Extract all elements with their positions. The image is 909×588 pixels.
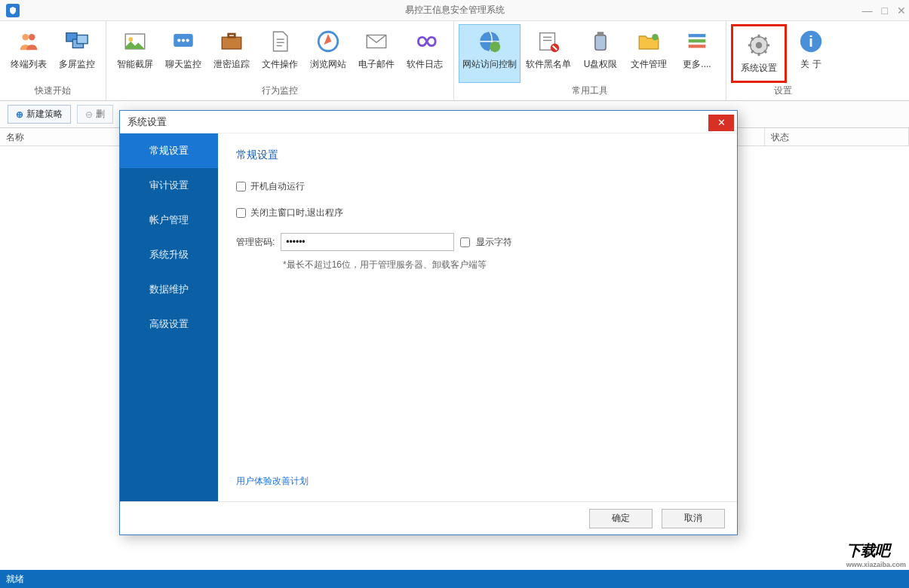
ribbon-group-label: 常用工具 xyxy=(459,83,721,99)
svg-point-9 xyxy=(182,38,185,41)
dialog-main: 常规设置 开机自动运行 关闭主窗口时,退出程序 管理密码: 显示字符 *最长不超… xyxy=(218,133,737,501)
highlight-box: 系统设置 xyxy=(731,24,787,83)
autostart-checkbox[interactable] xyxy=(236,182,246,191)
dialog-close-button[interactable]: ✕ xyxy=(708,115,734,131)
ribbon-smart-screenshot[interactable]: 智能截屏 xyxy=(111,24,159,83)
ux-improvement-link[interactable]: 用户体验改善计划 xyxy=(236,475,309,488)
ribbon-file-ops[interactable]: 文件操作 xyxy=(256,24,304,83)
password-row: 管理密码: 显示字符 xyxy=(236,233,719,251)
exit-on-close-row: 关闭主窗口时,退出程序 xyxy=(236,207,719,219)
svg-rect-29 xyxy=(689,39,706,42)
ribbon-software-log[interactable]: 软件日志 xyxy=(401,24,449,83)
svg-rect-28 xyxy=(689,34,706,37)
ribbon-group-monitor: 智能截屏 聊天监控 泄密追踪 文件操作 浏览网站 电子邮件 xyxy=(106,21,454,100)
ribbon-group-label: 设置 xyxy=(731,83,835,99)
ok-button[interactable]: 确定 xyxy=(589,509,653,528)
show-chars-checkbox[interactable] xyxy=(460,237,470,247)
svg-point-6 xyxy=(129,37,134,41)
ribbon-item-label: 多屏监控 xyxy=(59,58,95,71)
list-icon xyxy=(683,28,711,55)
ribbon-group-tools: 网站访问控制 软件黑名单 U盘权限 文件管理 更多.... 常用工具 xyxy=(454,21,726,100)
ribbon-item-label: 系统设置 xyxy=(741,62,777,75)
svg-line-39 xyxy=(751,51,754,53)
ribbon-item-label: 浏览网站 xyxy=(310,58,346,71)
svg-line-40 xyxy=(764,38,766,40)
usb-icon xyxy=(587,28,614,55)
status-text: 就绪 xyxy=(6,574,24,584)
maximize-button[interactable]: □ xyxy=(882,5,888,17)
ribbon-system-settings[interactable]: 系统设置 xyxy=(735,28,783,78)
close-button[interactable]: ✕ xyxy=(897,5,906,17)
list-block-icon xyxy=(535,28,562,55)
dialog-footer: 确定 取消 xyxy=(120,501,737,534)
ribbon-about[interactable]: i 关 于 xyxy=(787,24,835,83)
ribbon-item-label: 软件日志 xyxy=(407,58,443,71)
ribbon-item-label: 文件操作 xyxy=(262,58,298,71)
svg-point-19 xyxy=(490,41,500,52)
ribbon-item-label: 泄密追踪 xyxy=(213,58,250,71)
autostart-label: 开机自动运行 xyxy=(250,180,305,193)
password-label: 管理密码: xyxy=(236,236,275,249)
ribbon-browse-sites[interactable]: 浏览网站 xyxy=(304,24,352,83)
ribbon-group-quickstart: 终端列表 多屏监控 快速开始 xyxy=(0,21,106,100)
delete-button[interactable]: ⊖ 删 xyxy=(77,105,113,124)
svg-rect-11 xyxy=(222,37,241,49)
side-tab-upgrade[interactable]: 系统升级 xyxy=(120,237,218,272)
info-icon: i xyxy=(797,28,825,55)
exit-on-close-checkbox[interactable] xyxy=(236,208,246,218)
ribbon-item-label: 文件管理 xyxy=(631,58,667,71)
ribbon-terminal-list[interactable]: 终端列表 xyxy=(5,24,53,83)
side-tab-data[interactable]: 数据维护 xyxy=(120,272,218,307)
ribbon-item-label: 软件黑名单 xyxy=(526,58,571,71)
watermark-sub: www.xiazaiba.com xyxy=(846,561,906,568)
ribbon-item-label: 更多.... xyxy=(683,58,711,71)
ribbon-item-label: 聊天监控 xyxy=(165,58,201,71)
titlebar: 易控王信息安全管理系统 — □ ✕ xyxy=(0,0,909,21)
ribbon-item-label: 电子邮件 xyxy=(358,58,395,71)
ribbon-item-label: 网站访问控制 xyxy=(462,58,517,71)
svg-rect-25 xyxy=(595,35,606,51)
ribbon-multi-screen[interactable]: 多屏监控 xyxy=(53,24,101,83)
watermark-main: 下载吧 xyxy=(846,542,889,559)
ribbon-leak-trace[interactable]: 泄密追踪 xyxy=(207,24,256,83)
chat-icon xyxy=(170,28,197,55)
ribbon-site-access[interactable]: 网站访问控制 xyxy=(459,24,521,83)
ribbon-chat-monitor[interactable]: 聊天监控 xyxy=(159,24,207,83)
password-input[interactable] xyxy=(281,233,454,251)
picture-icon xyxy=(121,28,149,55)
panel-title: 常规设置 xyxy=(236,149,719,162)
ribbon-more[interactable]: 更多.... xyxy=(673,24,721,83)
svg-line-38 xyxy=(764,51,766,53)
delete-label: 删 xyxy=(96,108,105,121)
globe-shield-icon xyxy=(476,28,503,55)
side-tab-account[interactable]: 帐户管理 xyxy=(120,203,218,237)
ribbon-usb-perm[interactable]: U盘权限 xyxy=(576,24,625,83)
side-tab-general[interactable]: 常规设置 xyxy=(120,133,218,168)
svg-rect-30 xyxy=(689,44,706,47)
svg-point-32 xyxy=(756,42,763,49)
cancel-button[interactable]: 取消 xyxy=(662,509,725,528)
autostart-row: 开机自动运行 xyxy=(236,180,719,193)
svg-rect-4 xyxy=(77,35,88,44)
side-tab-advanced[interactable]: 高级设置 xyxy=(120,307,218,341)
ribbon-group-settings: 系统设置 i 关 于 设置 xyxy=(726,21,840,100)
ribbon-email[interactable]: 电子邮件 xyxy=(352,24,401,83)
settings-dialog: 系统设置 ✕ 常规设置 审计设置 帐户管理 系统升级 数据维护 高级设置 常规设… xyxy=(119,110,738,535)
users-icon xyxy=(15,28,42,55)
plus-icon: ⊕ xyxy=(16,109,23,120)
app-logo xyxy=(6,4,20,17)
ribbon-software-blacklist[interactable]: 软件黑名单 xyxy=(521,24,576,83)
minimize-button[interactable]: — xyxy=(862,5,873,17)
dialog-titlebar: 系统设置 ✕ xyxy=(120,111,737,133)
ribbon: 终端列表 多屏监控 快速开始 智能截屏 聊天监控 泄密追踪 xyxy=(0,21,909,101)
column-status[interactable]: 状态 xyxy=(765,128,909,145)
password-hint: *最长不超过16位，用于管理服务器、卸载客户端等 xyxy=(283,259,719,271)
dialog-sidebar: 常规设置 审计设置 帐户管理 系统升级 数据维护 高级设置 xyxy=(120,133,218,501)
svg-point-10 xyxy=(186,38,189,41)
side-tab-audit[interactable]: 审计设置 xyxy=(120,168,218,203)
new-policy-button[interactable]: ⊕ 新建策略 xyxy=(8,105,71,124)
folder-icon xyxy=(635,28,662,55)
screens-icon xyxy=(63,28,91,55)
ribbon-file-manage[interactable]: 文件管理 xyxy=(625,24,673,83)
svg-point-1 xyxy=(29,34,35,41)
